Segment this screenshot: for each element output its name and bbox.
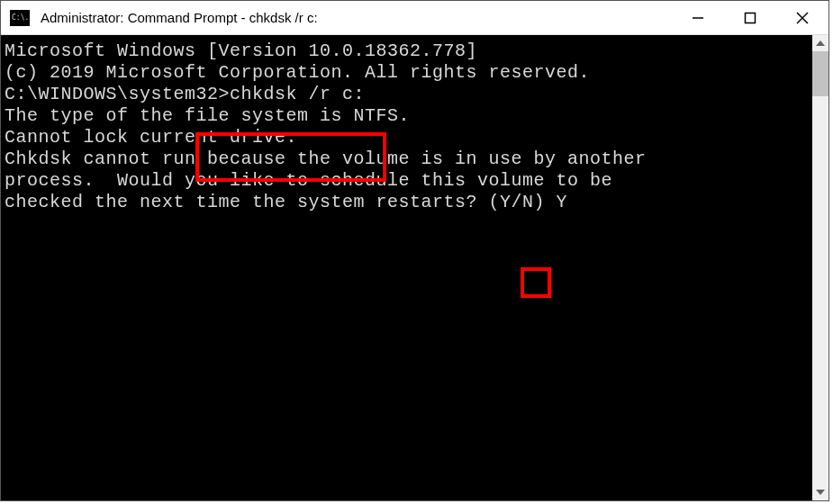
terminal-line: Cannot lock current drive. xyxy=(5,127,825,148)
terminal-line: Chkdsk cannot run because the volume is … xyxy=(5,148,825,170)
scrollbar-up-button[interactable] xyxy=(812,35,828,51)
maximize-icon xyxy=(744,12,756,24)
terminal-line: (c) 2019 Microsoft Corporation. All righ… xyxy=(5,62,825,84)
terminal-prompt-line: C:\WINDOWS\system32>chkdsk /r c: xyxy=(5,84,825,105)
terminal-user-input: Y xyxy=(557,192,568,212)
window-title: Administrator: Command Prompt - chkdsk /… xyxy=(37,10,672,25)
terminal-area[interactable]: Microsoft Windows [Version 10.0.18362.77… xyxy=(1,35,828,500)
window-controls xyxy=(672,1,828,34)
terminal-prompt: C:\WINDOWS\system32> xyxy=(5,84,230,104)
minimize-icon xyxy=(692,12,704,24)
terminal-line: Microsoft Windows [Version 10.0.18362.77… xyxy=(5,40,825,62)
maximize-button[interactable] xyxy=(724,1,776,34)
minimize-button[interactable] xyxy=(672,1,724,34)
chevron-down-icon xyxy=(816,490,825,495)
titlebar[interactable]: C:\. Administrator: Command Prompt - chk… xyxy=(1,1,828,35)
chevron-up-icon xyxy=(816,40,825,46)
close-icon xyxy=(796,12,809,24)
scrollbar-thumb[interactable] xyxy=(812,51,828,96)
terminal-command: chkdsk /r c: xyxy=(230,84,365,104)
cmd-icon-text: C:\. xyxy=(12,14,29,22)
vertical-scrollbar[interactable] xyxy=(812,35,828,500)
terminal-prompt-text: checked the next time the system restart… xyxy=(5,192,557,212)
terminal-line: The type of the file system is NTFS. xyxy=(5,105,825,127)
terminal-line: checked the next time the system restart… xyxy=(5,192,825,213)
scrollbar-track[interactable] xyxy=(812,51,828,484)
close-button[interactable] xyxy=(776,1,828,34)
terminal-line: process. Would you like to schedule this… xyxy=(5,170,825,192)
svg-rect-1 xyxy=(746,13,756,22)
annotation-highlight-answer xyxy=(521,267,551,298)
scrollbar-down-button[interactable] xyxy=(812,484,828,500)
cmd-icon: C:\. xyxy=(10,10,30,26)
terminal-content: Microsoft Windows [Version 10.0.18362.77… xyxy=(5,40,825,213)
command-prompt-window: C:\. Administrator: Command Prompt - chk… xyxy=(0,0,829,501)
